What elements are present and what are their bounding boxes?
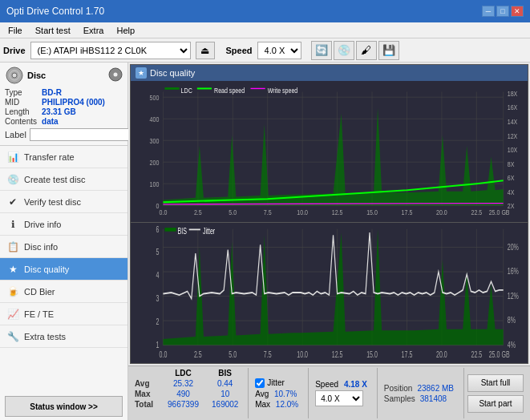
contents-value: data <box>42 117 123 126</box>
disc-button[interactable]: 💿 <box>334 41 354 60</box>
svg-text:Read speed: Read speed <box>214 86 245 95</box>
stats-table: LDC BIS Avg 25.32 0.44 Max 490 <box>131 368 245 418</box>
disc-panel: Disc Type BD-R MID PHILIPRO4 (000) Lengt… <box>0 63 127 146</box>
chart-title-bar: ★ Disc quality <box>131 65 528 81</box>
length-value: 23.31 GB <box>42 107 123 116</box>
jitter-label: Jitter <box>267 378 285 387</box>
svg-text:12X: 12X <box>508 131 518 139</box>
window-controls: ─ □ ✕ <box>482 6 524 17</box>
sidebar-item-transfer-rate[interactable]: 📊 Transfer rate <box>0 146 127 168</box>
svg-text:7.5: 7.5 <box>264 349 272 359</box>
upper-chart-svg: 0 100 200 300 400 500 2X 4X 6X 8X 10X 12… <box>131 81 528 222</box>
contents-label: Contents <box>5 117 37 126</box>
svg-text:2.5: 2.5 <box>194 349 202 359</box>
sidebar-item-create-test-disc[interactable]: 💿 Create test disc <box>0 168 127 191</box>
max-label: Max <box>131 389 161 399</box>
charts-area: 0 100 200 300 400 500 2X 4X 6X 8X 10X 12… <box>131 81 528 363</box>
svg-text:12.5: 12.5 <box>332 208 343 216</box>
minimize-button[interactable]: ─ <box>482 6 495 17</box>
ldc-header: LDC <box>161 368 205 378</box>
svg-text:16%: 16% <box>508 266 519 276</box>
svg-text:10X: 10X <box>508 145 518 154</box>
svg-text:2.5: 2.5 <box>194 208 202 216</box>
position-value: 23862 MB <box>417 384 454 393</box>
toolbar-buttons: 🔄 💿 🖌 💾 <box>311 41 399 60</box>
sidebar-item-extra-tests[interactable]: 🔧 Extra tests <box>0 325 127 348</box>
disc-quality-chart-icon: ★ <box>136 67 147 79</box>
menu-extra[interactable]: Extra <box>79 24 109 37</box>
sidebar-item-fe-te[interactable]: 📈 FE / TE <box>0 303 127 325</box>
menu-start-test[interactable]: Start test <box>30 24 75 37</box>
disc-label-row: Label ⚙ <box>5 127 123 142</box>
svg-text:17.5: 17.5 <box>402 349 413 359</box>
svg-text:7.5: 7.5 <box>264 208 272 216</box>
svg-point-4 <box>114 73 118 77</box>
max-bis: 10 <box>205 389 245 399</box>
svg-text:14X: 14X <box>508 117 518 126</box>
maximize-button[interactable]: □ <box>496 6 509 17</box>
speed-value: 4.18 X <box>344 380 367 389</box>
position-section: Position 23862 MB Samples 381408 <box>377 368 460 418</box>
drive-bar: Drive (E:) ATAPI iHBS112 2 CL0K ⏏ Speed … <box>0 38 530 63</box>
svg-text:22.5: 22.5 <box>471 349 482 359</box>
jitter-max-row: Max 12.0% <box>255 400 298 409</box>
svg-text:5.0: 5.0 <box>229 349 237 359</box>
nav-label: Disc info <box>24 242 58 252</box>
svg-text:10.0: 10.0 <box>297 349 308 359</box>
sidebar-item-disc-info[interactable]: 📋 Disc info <box>0 236 127 258</box>
sidebar-item-drive-info[interactable]: ℹ Drive info <box>0 213 127 236</box>
speed-dropdown[interactable]: 4.0 X <box>315 390 363 406</box>
total-ldc: 9667399 <box>161 399 205 410</box>
sidebar-item-disc-quality[interactable]: ★ Disc quality <box>0 258 127 281</box>
svg-text:500: 500 <box>150 93 160 102</box>
svg-text:1: 1 <box>156 340 159 349</box>
samples-row: Samples 381408 <box>384 394 454 403</box>
speed-section: Speed 4.18 X 4.0 X <box>308 368 374 418</box>
drive-select[interactable]: (E:) ATAPI iHBS112 2 CL0K <box>30 42 191 59</box>
svg-text:4%: 4% <box>508 340 516 349</box>
jitter-max-value: 12.0% <box>276 400 298 409</box>
start-part-button[interactable]: Start part <box>467 395 524 413</box>
menu-file[interactable]: File <box>3 24 27 37</box>
transfer-rate-icon: 📊 <box>6 151 19 164</box>
label-label: Label <box>5 130 26 139</box>
svg-text:BIS: BIS <box>178 226 187 236</box>
settings-button[interactable]: 🖌 <box>356 41 377 60</box>
mid-value: PHILIPRO4 (000) <box>42 98 123 107</box>
refresh-button[interactable]: 🔄 <box>311 41 332 60</box>
speed-select[interactable]: 4.0 X <box>257 42 301 59</box>
drive-label: Drive <box>3 46 26 55</box>
svg-text:3: 3 <box>156 293 159 303</box>
total-label: Total <box>131 399 161 410</box>
svg-rect-49 <box>164 87 179 90</box>
svg-text:Jitter: Jitter <box>203 226 215 236</box>
eject-button[interactable]: ⏏ <box>196 42 215 59</box>
jitter-checkbox[interactable] <box>255 378 265 388</box>
nav-label: CD Bier <box>24 287 55 297</box>
sidebar: Disc Type BD-R MID PHILIPRO4 (000) Lengt… <box>0 63 128 420</box>
app-title: Opti Drive Control 1.70 <box>6 6 104 17</box>
close-button[interactable]: ✕ <box>511 6 524 17</box>
position-row: Position 23862 MB <box>384 384 454 393</box>
sidebar-item-cd-bier[interactable]: 🍺 CD Bier <box>0 281 127 303</box>
menu-help[interactable]: Help <box>111 24 140 37</box>
sidebar-item-verify-test-disc[interactable]: ✔ Verify test disc <box>0 191 127 213</box>
svg-text:22.5: 22.5 <box>471 208 482 216</box>
upper-chart: 0 100 200 300 400 500 2X 4X 6X 8X 10X 12… <box>131 81 528 223</box>
lower-chart: 1 2 3 4 5 6 4% 8% 12% 16% 20% <box>131 223 528 364</box>
svg-text:Write speed: Write speed <box>268 86 298 95</box>
svg-text:4X: 4X <box>508 188 515 196</box>
nav-label: Verify test disc <box>24 197 81 207</box>
status-window-button[interactable]: Status window >> <box>5 396 123 417</box>
svg-text:15.0: 15.0 <box>366 208 378 216</box>
save-button[interactable]: 💾 <box>378 41 399 60</box>
svg-text:16X: 16X <box>508 103 518 111</box>
disc-icon <box>5 66 24 85</box>
svg-text:8%: 8% <box>508 315 516 325</box>
start-full-button[interactable]: Start full <box>467 374 524 392</box>
length-label: Length <box>5 107 37 116</box>
label-input[interactable] <box>30 128 136 141</box>
jitter-avg-row: Avg 10.7% <box>255 390 298 398</box>
position-label: Position <box>384 384 413 393</box>
disc-small-icon <box>108 67 123 82</box>
